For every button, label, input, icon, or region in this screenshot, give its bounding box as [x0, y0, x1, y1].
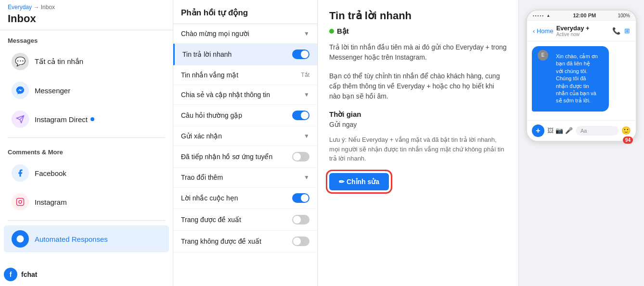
svg-point-4	[22, 199, 23, 200]
avatar: E	[538, 50, 548, 61]
list-item-tin-tra-loi-nhanh[interactable]: Tin trả lời nhanh	[173, 44, 317, 65]
sidebar-item-instagram-direct[interactable]: Instagram Direct	[4, 106, 169, 133]
notification-dot	[90, 117, 94, 121]
response-list: Chào mừng mọi người ▼ Tin trả lời nhanh …	[173, 24, 317, 286]
chevron-down-icon: ▼	[304, 91, 309, 98]
detail-title: Tin trả lời nhanh	[329, 10, 507, 22]
sidebar-item-label: Messenger	[35, 87, 70, 95]
description-1: Trả lời tin nhắn đầu tiên mà ai đó gửi c…	[329, 42, 507, 62]
status-label: Bật	[337, 27, 349, 36]
panel-title: Phản hồi tự động	[173, 0, 317, 24]
messages-section-label: Messages	[0, 30, 173, 47]
sidebar-item-messenger[interactable]: Messenger	[4, 77, 169, 104]
sidebar-item-label: Instagram Direct	[35, 115, 88, 124]
list-item-chia-se[interactable]: Chia sẻ và cập nhật thông tin ▼	[173, 85, 317, 105]
list-item-cau-hoi[interactable]: Câu hỏi thường gặp	[173, 105, 317, 126]
item-label: Trang được đề xuất	[181, 216, 241, 224]
phone-signal: ••••• ▲	[533, 13, 551, 18]
phone-frame: ••••• ▲ 12:00 PM 100% ‹ Home Everyday + …	[526, 10, 637, 142]
item-label: Trang không được đề xuất	[181, 237, 261, 245]
phone-preview: ••••• ▲ 12:00 PM 100% ‹ Home Everyday + …	[519, 0, 644, 286]
phone-back-button[interactable]: ‹ Home	[533, 27, 554, 35]
toggle-loi-nhac[interactable]	[292, 193, 309, 203]
page-title: Inbox	[0, 11, 173, 30]
mic-icon[interactable]: 🎤	[565, 127, 573, 134]
sidebar-divider-2	[8, 220, 165, 221]
comments-section-label: Comments & More	[0, 142, 173, 159]
facebook-icon	[12, 164, 29, 182]
fchat-label: fchat	[21, 271, 37, 278]
item-status: Tắt	[301, 72, 309, 78]
message-bubble: E Xin chào, cảm ơn bạn đã liên hệ với ch…	[532, 46, 609, 112]
chat-icon: 💬	[12, 53, 29, 70]
toggle-trang-de-xuat[interactable]	[292, 215, 309, 224]
phone-call-icon[interactable]: 📞	[612, 27, 620, 35]
time-section-title: Thời gian	[329, 110, 507, 119]
item-label: Lời nhắc cuộc hẹn	[181, 194, 238, 202]
status-dot	[329, 29, 334, 34]
photo-icon[interactable]: 🖼	[547, 127, 554, 134]
list-item-loi-nhac[interactable]: Lời nhắc cuộc hẹn	[173, 187, 317, 209]
sidebar-item-label: Automated Responses	[35, 235, 108, 243]
item-label: Tin nhắn vắng mặt	[181, 71, 238, 79]
toggle-da-tiep-nhan[interactable]	[292, 152, 309, 162]
breadcrumb: Everyday → Inbox	[0, 0, 173, 11]
instagram-icon	[12, 193, 29, 211]
detail-panel: Tin trả lời nhanh Bật Trả lời tin nhắn đ…	[318, 0, 519, 286]
list-item-gui-xac-nhan[interactable]: Gửi xác nhận ▼	[173, 126, 317, 146]
item-label: Trao đổi thêm	[181, 174, 223, 181]
add-attachment-button[interactable]: +	[532, 124, 544, 137]
sidebar-item-facebook[interactable]: Facebook	[4, 160, 169, 187]
phone-contact-info: Everyday + Active now	[556, 25, 612, 37]
sidebar: Everyday → Inbox Inbox Messages 💬 Tất cả…	[0, 0, 173, 286]
list-item-chao-mung[interactable]: Chào mừng mọi người ▼	[173, 24, 317, 44]
breadcrumb-parent[interactable]: Everyday	[8, 4, 32, 11]
chevron-down-icon: ▼	[304, 174, 309, 181]
toggle-tin-tra-loi-nhanh[interactable]	[292, 50, 309, 59]
phone-status-bar: ••••• ▲ 12:00 PM 100%	[527, 11, 636, 21]
sidebar-item-automated-responses[interactable]: Automated Responses	[4, 225, 169, 252]
contact-status: Active now	[556, 32, 612, 37]
phone-time: 12:00 PM	[573, 12, 596, 18]
sidebar-item-label: Instagram	[35, 198, 67, 206]
phone-battery: 100%	[618, 13, 630, 18]
message-input[interactable]: Aa	[576, 126, 618, 136]
phone-input-bar: + 🖼 📷 🎤 Aa 🙂	[527, 120, 636, 141]
list-item-tin-nhan-vang-mat[interactable]: Tin nhắn vắng mặt Tắt	[173, 65, 317, 85]
item-label: Chào mừng mọi người	[181, 30, 249, 37]
status-indicator: Bật	[329, 27, 507, 36]
item-label: Chia sẻ và cập nhật thông tin	[181, 91, 270, 99]
sidebar-divider	[8, 137, 165, 138]
item-label: Đã tiếp nhận hồ sơ ứng tuyển	[181, 153, 272, 161]
auto-response-panel: Phản hồi tự động Chào mừng mọi người ▼ T…	[173, 0, 318, 286]
breadcrumb-current: Inbox	[41, 4, 55, 11]
item-label: Gửi xác nhận	[181, 132, 222, 140]
phone-messages: E Xin chào, cảm ơn bạn đã liên hệ với ch…	[527, 41, 636, 120]
sidebar-item-label: Facebook	[35, 169, 66, 177]
camera-icon[interactable]: 📷	[555, 127, 563, 134]
fchat-logo-icon: f	[4, 268, 17, 281]
sidebar-item-all-messages[interactable]: 💬 Tất cả tin nhắn	[4, 48, 169, 75]
sidebar-footer: f fchat	[0, 263, 173, 286]
toggle-cau-hoi[interactable]	[292, 111, 309, 120]
svg-point-3	[19, 200, 22, 203]
note-text: Lưu ý: Nếu Everyday + vắng mặt và đã bật…	[329, 135, 507, 163]
chevron-down-icon: ▼	[304, 30, 309, 37]
list-item-trao-doi-them[interactable]: Trao đổi thêm ▼	[173, 168, 317, 187]
phone-header: ‹ Home Everyday + Active now 📞 ⊞	[527, 21, 636, 41]
list-item-trang-khong-de-xuat[interactable]: Trang không được đề xuất	[173, 231, 317, 252]
time-value: Gửi ngay	[329, 121, 507, 128]
list-item-da-tiep-nhan[interactable]: Đã tiếp nhận hồ sơ ứng tuyển	[173, 146, 317, 168]
description-2: Bạn có thể tùy chỉnh tin nhắn để chào kh…	[329, 71, 507, 101]
sidebar-item-label: Tất cả tin nhắn	[35, 57, 83, 66]
item-label: Câu hỏi thường gặp	[181, 112, 242, 119]
toggle-trang-khong-de-xuat[interactable]	[292, 236, 309, 246]
phone-media-icons: 🖼 📷 🎤	[547, 127, 573, 134]
phone-video-icon[interactable]: ⊞	[624, 27, 630, 35]
instagram-direct-icon	[12, 111, 29, 128]
emoji-icon[interactable]: 🙂	[621, 126, 631, 135]
automated-responses-icon	[12, 230, 29, 248]
sidebar-item-instagram[interactable]: Instagram	[4, 188, 169, 215]
list-item-trang-de-xuat[interactable]: Trang được đề xuất	[173, 209, 317, 231]
edit-button[interactable]: ✏ Chỉnh sửa	[329, 173, 389, 190]
